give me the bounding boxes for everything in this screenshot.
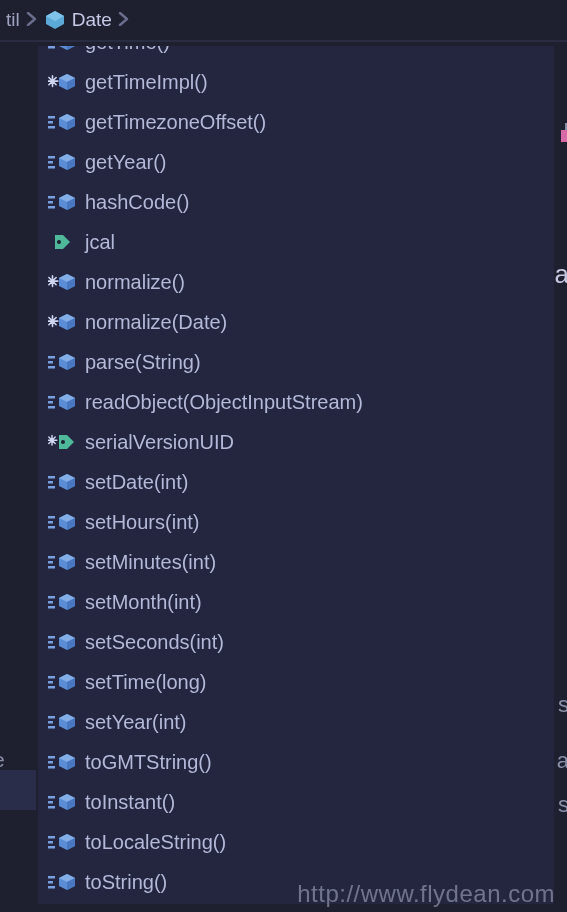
member-item[interactable]: setSeconds(int) [38, 622, 554, 662]
member-label: getYear() [85, 151, 167, 174]
members-dropdown[interactable]: getTime()getTimeImpl()getTimezoneOffset(… [38, 46, 554, 904]
member-label: setHours(int) [85, 511, 199, 534]
member-item[interactable]: parse(String) [38, 342, 554, 382]
method-public-icon [48, 870, 76, 894]
method-public-icon [48, 550, 76, 574]
member-item[interactable]: getTimezoneOffset() [38, 102, 554, 142]
class-icon [44, 9, 66, 31]
member-label: getTimeImpl() [85, 71, 208, 94]
method-public-icon [48, 830, 76, 854]
method-public-icon [48, 590, 76, 614]
member-item[interactable]: serialVersionUID [38, 422, 554, 462]
field-tag-icon [48, 230, 76, 254]
bg-text-fragment: s [558, 692, 567, 718]
member-label: setMinutes(int) [85, 551, 216, 574]
member-label: setYear(int) [85, 711, 187, 734]
member-item[interactable]: setMonth(int) [38, 582, 554, 622]
method-public-icon [48, 470, 76, 494]
member-label: getTimezoneOffset() [85, 111, 266, 134]
member-label: hashCode() [85, 191, 190, 214]
breadcrumb-package[interactable]: til [6, 9, 20, 31]
bg-text-fragment: a [557, 748, 567, 774]
member-item[interactable]: setTime(long) [38, 662, 554, 702]
member-item[interactable]: toInstant() [38, 782, 554, 822]
member-label: setMonth(int) [85, 591, 202, 614]
method-public-icon [48, 630, 76, 654]
member-item[interactable]: readObject(ObjectInputStream) [38, 382, 554, 422]
member-item[interactable]: normalize(Date) [38, 302, 554, 342]
member-item[interactable]: setYear(int) [38, 702, 554, 742]
method-private-icon [48, 310, 76, 334]
method-private-icon [48, 270, 76, 294]
bg-selection-strip [0, 770, 36, 810]
method-public-icon [48, 150, 76, 174]
member-item[interactable]: setDate(int) [38, 462, 554, 502]
method-public-icon [48, 46, 76, 54]
bg-text-fragment: a [555, 259, 567, 290]
method-public-icon [48, 710, 76, 734]
breadcrumb-class[interactable]: Date [72, 9, 112, 31]
bg-text-fragment: e [0, 748, 5, 772]
member-item[interactable]: toLocaleString() [38, 822, 554, 862]
member-label: getTime() [85, 46, 170, 54]
method-public-icon [48, 750, 76, 774]
method-public-deprecated-icon [48, 350, 76, 374]
member-label: jcal [85, 231, 115, 254]
member-label: toString() [85, 871, 167, 894]
member-label: parse(String) [85, 351, 201, 374]
member-item[interactable]: setMinutes(int) [38, 542, 554, 582]
member-label: normalize(Date) [85, 311, 227, 334]
bg-text-fragment: s [558, 792, 567, 818]
method-public-icon [48, 790, 76, 814]
member-item[interactable]: jcal [38, 222, 554, 262]
chevron-right-icon [118, 9, 130, 31]
member-item[interactable]: normalize() [38, 262, 554, 302]
member-item[interactable]: getTimeImpl() [38, 62, 554, 102]
member-item[interactable]: hashCode() [38, 182, 554, 222]
breadcrumb[interactable]: til Date [0, 0, 567, 42]
method-public-icon [48, 190, 76, 214]
method-public-icon [48, 510, 76, 534]
member-item[interactable]: toGMTString() [38, 742, 554, 782]
watermark: http://www.flydean.com [297, 880, 555, 908]
member-label: setDate(int) [85, 471, 188, 494]
method-private-icon [48, 70, 76, 94]
member-label: toLocaleString() [85, 831, 226, 854]
method-public-icon [48, 670, 76, 694]
member-label: toInstant() [85, 791, 175, 814]
member-item[interactable]: getYear() [38, 142, 554, 182]
change-marker [561, 130, 567, 142]
field-tag-private-icon [48, 430, 76, 454]
member-item[interactable]: setHours(int) [38, 502, 554, 542]
member-label: normalize() [85, 271, 185, 294]
method-public-icon [48, 110, 76, 134]
chevron-right-icon [26, 9, 38, 31]
member-item[interactable]: getTime() [38, 46, 554, 62]
member-label: setSeconds(int) [85, 631, 224, 654]
member-label: serialVersionUID [85, 431, 234, 454]
member-label: setTime(long) [85, 671, 207, 694]
member-label: readObject(ObjectInputStream) [85, 391, 363, 414]
method-public-icon [48, 390, 76, 414]
member-label: toGMTString() [85, 751, 212, 774]
